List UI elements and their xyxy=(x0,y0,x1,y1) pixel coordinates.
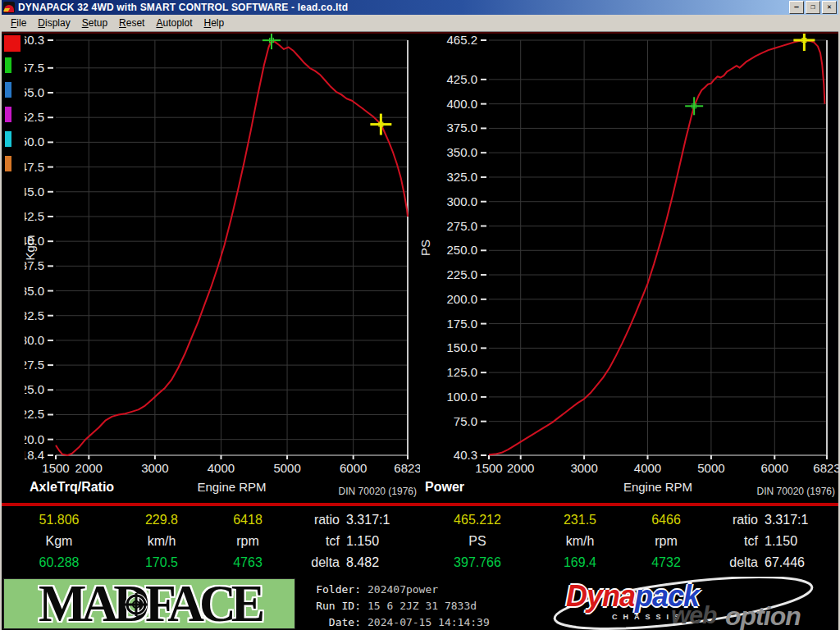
x-tick-label: 2000 xyxy=(75,461,103,475)
y-tick-label: 250.0 xyxy=(446,243,477,257)
menu-item-setup[interactable]: Setup xyxy=(76,16,113,30)
y-tick-label: 45.0 xyxy=(25,185,44,199)
y-tick-label: 32.5 xyxy=(25,308,44,322)
weboption-logo-option: option xyxy=(725,601,801,630)
dynapack-logo: Dynapack CHASSIS web option xyxy=(548,577,838,630)
y-tick-label: 350.0 xyxy=(446,145,477,159)
restore-button[interactable]: ❐ xyxy=(806,1,820,14)
run-swatch-cyan[interactable] xyxy=(5,131,11,147)
menu-item-autoplot[interactable]: Autoplot xyxy=(150,16,198,30)
run-swatch-blue[interactable] xyxy=(5,82,11,98)
menu-item-reset[interactable]: Reset xyxy=(113,16,150,30)
power-value: 465.212 xyxy=(420,513,535,527)
speed-value: 229.8 xyxy=(116,513,207,527)
y-tick-label: 425.0 xyxy=(446,72,477,86)
y-tick-label: 47.5 xyxy=(25,160,44,174)
chart-title: AxleTrq/Ratio xyxy=(30,480,114,494)
charts-area: 60.357.555.052.550.047.545.042.540.037.5… xyxy=(2,32,838,503)
runid-label: Run ID: xyxy=(302,600,361,612)
torque-readouts: 51.806 229.8 6418 ratio 3.317:1 Kgm km/h… xyxy=(2,509,420,577)
run-info-row: Run ID: 15 6 2JZ 31 7833d xyxy=(302,600,548,612)
tcf-value: 1.150 xyxy=(765,534,838,549)
date-value: 2024-07-15 14:14:39 xyxy=(368,616,490,628)
tcf-label: tcf xyxy=(707,534,765,549)
delta-label: delta xyxy=(707,555,765,570)
weboption-logo-web: web xyxy=(671,601,716,629)
madface-logo-text: MADFACE xyxy=(39,578,260,629)
run-swatch-green[interactable] xyxy=(5,57,11,73)
minimize-button[interactable]: – xyxy=(789,1,804,14)
ratio-label: ratio xyxy=(707,513,765,527)
y-tick-label: 100.0 xyxy=(446,390,477,404)
rpm-value: 6466 xyxy=(625,513,707,527)
x-tick-label: 5000 xyxy=(697,461,724,475)
x-tick-label: 6000 xyxy=(761,461,788,475)
power-readouts: 465.212 231.5 6466 ratio 3.317:1 PS km/h… xyxy=(420,509,838,577)
x-tick-label: 6000 xyxy=(340,461,367,475)
ratio-value: 3.317:1 xyxy=(346,513,420,527)
y-axis-label: PS xyxy=(420,240,432,256)
torque-chart[interactable]: 60.357.555.052.550.047.545.042.540.037.5… xyxy=(25,34,420,503)
y-tick-label: 325.0 xyxy=(446,170,477,184)
y-tick-label: 125.0 xyxy=(446,365,477,379)
y-tick-label: 18.4 xyxy=(25,448,44,462)
menu-item-help[interactable]: Help xyxy=(199,16,231,30)
run-swatch-red[interactable] xyxy=(4,35,21,52)
folder-value: 202407power xyxy=(368,583,438,596)
y-tick-label: 42.5 xyxy=(25,209,44,223)
x-axis-label: Engine RPM xyxy=(623,480,692,494)
tcf-label: tcf xyxy=(289,534,346,549)
menu-item-display[interactable]: Display xyxy=(32,16,75,30)
x-tick-label: 3000 xyxy=(141,461,168,475)
window-title: DYNAPACK 32 4WD with SMART CONTROL SOFTW… xyxy=(18,2,789,13)
x-tick-label: 4000 xyxy=(208,461,235,475)
x-tick-label: 5000 xyxy=(273,461,300,475)
menu-item-file[interactable]: File xyxy=(5,16,32,30)
y-tick-label: 75.0 xyxy=(454,414,477,428)
y-tick-label: 200.0 xyxy=(446,292,477,306)
close-button[interactable]: ✕ xyxy=(822,1,837,14)
run-color-column xyxy=(2,34,25,503)
dynapack-logo-dyna: Dyna xyxy=(566,579,635,613)
tcf-value: 1.150 xyxy=(346,534,420,549)
run-info-row: Date: 2024-07-15 14:14:39 xyxy=(302,616,548,628)
app-icon xyxy=(3,2,15,13)
y-tick-label: 25.0 xyxy=(25,382,44,396)
y-tick-label: 275.0 xyxy=(446,219,477,233)
curve-torque-run xyxy=(56,40,408,455)
torque-peak: 60.288 xyxy=(2,555,116,570)
run-swatch-magenta[interactable] xyxy=(5,107,11,122)
standard-note: DIN 70020 (1976) xyxy=(757,486,835,497)
ratio-label: ratio xyxy=(289,513,346,527)
speed-peak: 170.5 xyxy=(116,555,207,570)
x-tick-label: 4000 xyxy=(634,461,661,475)
y-tick-label: 175.0 xyxy=(446,317,477,331)
y-tick-label: 52.5 xyxy=(25,110,44,124)
window-titlebar: DYNAPACK 32 4WD with SMART CONTROL SOFTW… xyxy=(2,0,838,15)
x-tick-label: 3000 xyxy=(570,461,597,475)
footer: MADFACE Folder: 202407power Run ID: 15 6… xyxy=(2,577,838,630)
run-swatch-orange[interactable] xyxy=(5,156,11,171)
date-label: Date: xyxy=(302,616,361,628)
readout-panel: 51.806 229.8 6418 ratio 3.317:1 Kgm km/h… xyxy=(2,506,838,577)
y-tick-label: 400.0 xyxy=(446,97,477,111)
y-tick-label: 150.0 xyxy=(446,340,477,354)
power-chart[interactable]: 465.2425.0400.0375.0350.0325.0300.0275.0… xyxy=(420,34,838,503)
standard-note: DIN 70020 (1976) xyxy=(339,486,417,497)
rpm-peak: 4763 xyxy=(207,555,289,570)
torque-unit: Kgm xyxy=(2,534,116,549)
y-tick-label: 27.5 xyxy=(25,358,44,372)
delta-value: 67.446 xyxy=(765,555,838,570)
y-tick-label: 20.0 xyxy=(25,432,44,446)
x-tick-label: 2000 xyxy=(507,461,534,475)
rpm-unit: rpm xyxy=(625,534,707,549)
y-tick-label: 55.0 xyxy=(25,85,44,99)
speed-value: 231.5 xyxy=(535,513,625,527)
rpm-unit: rpm xyxy=(207,534,289,549)
x-tick-label: 1500 xyxy=(42,461,69,475)
torque-value: 51.806 xyxy=(2,513,116,527)
speed-unit: km/h xyxy=(116,534,207,549)
y-axis-label: Kgm xyxy=(25,235,37,261)
y-tick-label: 35.0 xyxy=(25,284,44,298)
x-tick-label: 6823 xyxy=(813,461,838,475)
